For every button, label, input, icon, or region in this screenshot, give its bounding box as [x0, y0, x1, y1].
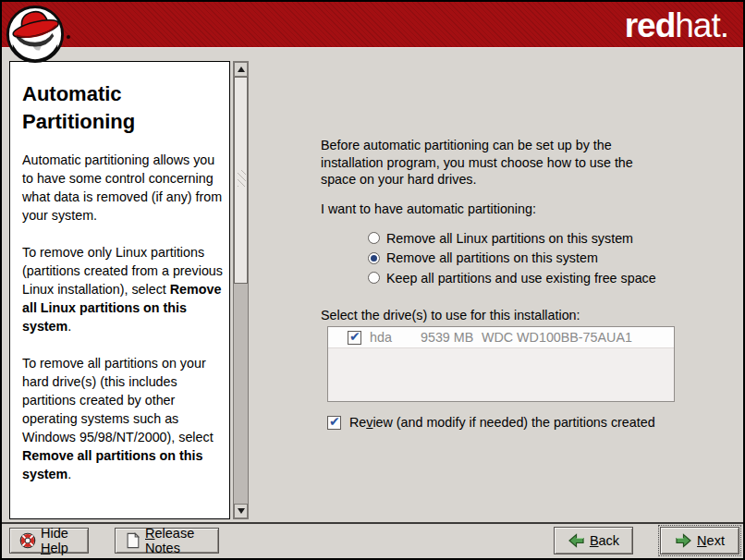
drive-name: hda	[370, 330, 421, 345]
wordmark-rest: hat.	[675, 6, 728, 45]
next-label: Next	[697, 533, 725, 548]
release-notes-button[interactable]: Release Notes	[115, 528, 219, 554]
review-label: Review (and modify if needed) the partit…	[349, 415, 655, 430]
drive-size: 9539 MB	[421, 330, 482, 345]
document-icon	[125, 532, 140, 549]
radio-button[interactable]	[368, 272, 380, 284]
drive-row-hda[interactable]: hda 9539 MB WDC WD100BB-75AUA1	[328, 327, 674, 348]
scroll-down-button[interactable]	[234, 504, 248, 518]
help-paragraph-2: To remove only Linux partitions (partiti…	[22, 243, 224, 335]
radio-remove-all-partitions[interactable]: Remove all partitions on this system	[368, 249, 656, 269]
drive-checkbox[interactable]	[348, 331, 361, 345]
wordmark-bold: red	[625, 6, 676, 45]
registered-trademark-dot	[67, 35, 70, 39]
radio-button[interactable]	[368, 252, 380, 264]
help-paragraph-1: Automatic partitioning allows you to hav…	[22, 151, 224, 225]
drive-list[interactable]: hda 9539 MB WDC WD100BB-75AUA1	[327, 326, 675, 402]
next-button-focus-ring: Next	[658, 525, 741, 556]
help-paragraph-3: To remove all partitions on your hard dr…	[22, 354, 224, 483]
radio-remove-linux-partitions[interactable]: Remove all Linux partitions on this syst…	[368, 228, 656, 249]
help-scrollbar[interactable]	[233, 61, 249, 519]
footer-separator	[2, 522, 743, 524]
arrow-down-icon	[238, 508, 245, 514]
release-notes-label: Release Notes	[145, 526, 209, 555]
radio-keep-all-partitions[interactable]: Keep all partitions and use existing fre…	[368, 268, 656, 288]
scroll-up-button[interactable]	[234, 62, 248, 77]
review-checkbox[interactable]	[327, 416, 341, 430]
life-ring-icon	[19, 532, 36, 549]
help-panel: Automatic Partitioning Automatic partiti…	[9, 61, 230, 519]
intro-text: Before automatic partitioning can be set…	[321, 137, 640, 189]
hide-help-button[interactable]: Hide Help	[9, 528, 89, 554]
radio-label: Remove all partitions on this system	[386, 250, 598, 265]
radio-label: Keep all partitions and use existing fre…	[386, 271, 656, 286]
drive-model: WDC WD100BB-75AUA1	[482, 330, 632, 345]
back-button[interactable]: Back	[554, 527, 633, 554]
review-partitions-option[interactable]: Review (and modify if needed) the partit…	[327, 415, 655, 430]
radio-label: Remove all Linux partitions on this syst…	[386, 231, 633, 246]
radio-button[interactable]	[368, 232, 380, 244]
next-arrow-icon	[675, 533, 692, 548]
redhat-wordmark: redhat.	[625, 6, 728, 46]
header-bar: redhat.	[2, 2, 743, 48]
partitioning-options: Remove all Linux partitions on this syst…	[368, 228, 656, 288]
installer-window: redhat. Automatic Partitioning Automatic…	[0, 0, 745, 560]
arrow-up-icon	[238, 67, 245, 72]
help-title: Automatic Partitioning	[22, 80, 224, 136]
partitioning-prompt: I want to have automatic partitioning:	[321, 201, 536, 218]
redhat-shadowman-icon	[6, 5, 65, 64]
hide-help-label: Hide Help	[41, 526, 79, 555]
drives-label: Select the drive(s) to use for this inst…	[321, 307, 580, 324]
scrollbar-grip	[238, 170, 246, 187]
back-label: Back	[590, 533, 619, 548]
scrollbar-thumb[interactable]	[234, 77, 248, 284]
back-arrow-icon	[568, 533, 585, 548]
next-button[interactable]: Next	[660, 527, 739, 554]
